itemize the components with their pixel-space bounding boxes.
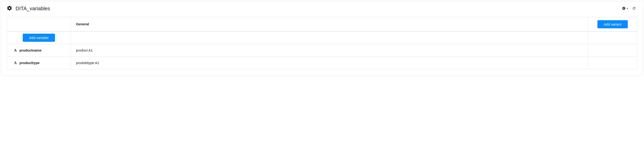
table-add-row: Add variable <box>7 32 637 44</box>
variable-value: produkttype A1 <box>71 61 588 65</box>
add-variable-button[interactable]: Add variable <box>23 34 55 42</box>
table-header-row: General Add variant <box>7 17 637 32</box>
variable-value-cell[interactable]: produkttype A1 <box>71 57 588 69</box>
add-variable-cell: Add variable <box>7 32 71 44</box>
empty-cell <box>588 44 637 57</box>
column-header-general: General <box>71 17 588 32</box>
table-row: A productname product A1 <box>7 44 637 57</box>
variables-table: General Add variant Add variable A <box>7 17 637 69</box>
chevron-down-icon <box>626 7 628 11</box>
variable-name-cell[interactable]: A productname <box>7 44 71 57</box>
refresh-button[interactable] <box>632 7 636 11</box>
gear-icon <box>7 5 12 12</box>
column-header-variable <box>7 17 71 32</box>
text-type-icon: A <box>14 48 17 52</box>
variable-name: producttype <box>20 61 40 65</box>
column-header-label: General <box>71 22 89 26</box>
page-title: DITA_variables <box>16 6 50 12</box>
empty-cell <box>588 32 637 44</box>
variables-panel: DITA_variables <box>1 1 643 76</box>
table-row: A producttype produkttype A1 <box>7 57 637 69</box>
text-type-icon: A <box>14 61 17 65</box>
panel-actions <box>622 7 637 11</box>
empty-cell <box>71 32 588 44</box>
settings-dropdown-button[interactable] <box>622 7 628 11</box>
column-header-variant: Add variant <box>588 17 637 32</box>
empty-cell <box>588 57 637 69</box>
gear-icon <box>622 7 626 11</box>
variable-value: product A1 <box>71 48 588 52</box>
panel-header: DITA_variables <box>7 5 637 12</box>
refresh-icon <box>632 7 636 11</box>
variable-name: productname <box>20 48 42 52</box>
panel-title-group: DITA_variables <box>7 5 50 12</box>
variable-name-cell[interactable]: A producttype <box>7 57 71 69</box>
variable-value-cell[interactable]: product A1 <box>71 44 588 57</box>
add-variant-button[interactable]: Add variant <box>598 20 628 28</box>
